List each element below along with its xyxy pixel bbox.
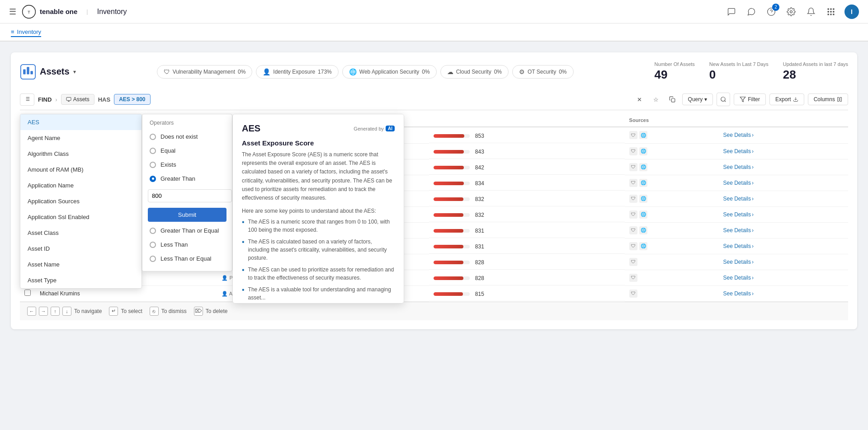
info-bullet-2: • The AES is calculated based on a varie… xyxy=(242,238,395,262)
see-details-link[interactable]: See Details › xyxy=(723,196,844,202)
assets-top: Assets ▾ 🛡 Vulnerability Management 0% 👤… xyxy=(20,61,848,82)
score-value: 842 xyxy=(475,164,484,171)
dropdown-item-algorithm-class[interactable]: Algorithm Class xyxy=(20,146,142,162)
see-details-link[interactable]: See Details › xyxy=(723,275,844,281)
dropdown-item-application-name[interactable]: Application Name xyxy=(20,178,142,193)
score-bar-wrap xyxy=(434,182,470,185)
cat-tab-web[interactable]: 🌐 Web Application Security 0% xyxy=(342,65,437,79)
dropdown-item-agent-name[interactable]: Agent Name xyxy=(20,130,142,146)
chat-icon[interactable] xyxy=(725,5,738,18)
see-details-link[interactable]: See Details › xyxy=(723,290,844,297)
see-details-link[interactable]: See Details › xyxy=(723,227,844,234)
dropdown-item-aes[interactable]: AES xyxy=(20,114,142,130)
logo-area: T tenable one xyxy=(22,5,77,19)
message-icon[interactable] xyxy=(745,5,758,18)
dropdown-item-amount-ram[interactable]: Amount of RAM (MB) xyxy=(20,162,142,178)
col-actions xyxy=(719,114,848,127)
nav-left: ☰ T tenable one | Inventory xyxy=(9,5,127,19)
see-details-chevron: › xyxy=(752,196,754,202)
source-icon-2: 🌐 xyxy=(639,163,647,171)
source-icon-1: 🛡 xyxy=(629,131,637,139)
score-bar xyxy=(434,261,463,264)
aes-dropdown[interactable]: AES Agent Name Algorithm Class Amount of… xyxy=(20,114,142,289)
operator-does-not-exist[interactable]: Does not exist xyxy=(142,130,232,144)
see-details-link[interactable]: See Details › xyxy=(723,180,844,186)
operator-exists-label: Exists xyxy=(160,161,176,168)
see-details-link[interactable]: See Details › xyxy=(723,211,844,218)
operator-less-than[interactable]: Less Than xyxy=(142,238,232,252)
svg-rect-32 xyxy=(838,98,840,102)
dropdown-item-asset-class[interactable]: Asset Class xyxy=(20,225,142,241)
operator-value-input[interactable] xyxy=(148,189,232,202)
operator-less-equal[interactable]: Less Than or Equal xyxy=(142,252,232,266)
operator-equal[interactable]: Equal xyxy=(142,144,232,158)
avatar[interactable]: I xyxy=(844,5,859,19)
operator-greater-than[interactable]: Greater Than xyxy=(142,172,232,186)
score-bar-wrap xyxy=(434,166,470,169)
see-details-link[interactable]: See Details › xyxy=(723,164,844,170)
score-bar-wrap xyxy=(434,134,470,138)
row-score-cell: 828 xyxy=(429,270,625,285)
source-icons: 🛡 🌐 xyxy=(629,226,714,234)
category-tabs: 🛡 Vulnerability Management 0% 👤 Identity… xyxy=(157,65,574,79)
stat-new-assets: New Assets In Last 7 Days 0 xyxy=(709,61,769,82)
dropdown-item-asset-name[interactable]: Asset Name xyxy=(20,257,142,272)
assets-chip[interactable]: Assets xyxy=(61,94,94,105)
row-checkbox[interactable] xyxy=(24,290,31,296)
filter-button[interactable]: Filter xyxy=(734,93,766,105)
see-details-link[interactable]: See Details › xyxy=(723,243,844,249)
copy-button[interactable] xyxy=(666,93,679,106)
query-button[interactable]: Query ▾ xyxy=(682,93,713,105)
see-details-link[interactable]: See Details › xyxy=(723,259,844,265)
assets-chevron-icon[interactable]: ▾ xyxy=(73,69,76,75)
row-sources: 🛡 🌐 xyxy=(625,127,719,143)
cat-tab-vulnerability[interactable]: 🛡 Vulnerability Management 0% xyxy=(157,65,253,79)
settings-icon[interactable] xyxy=(785,5,797,18)
operator-exists[interactable]: Exists xyxy=(142,158,232,172)
dropdown-item-application-sources[interactable]: Application Sources xyxy=(20,193,142,209)
see-details-link[interactable]: See Details › xyxy=(723,148,844,154)
star-button[interactable]: ☆ xyxy=(650,93,662,106)
active-filter[interactable]: AES > 800 xyxy=(114,94,150,105)
breadcrumb-inventory[interactable]: ≡ Inventory xyxy=(11,28,41,37)
source-icon-1: 🛡 xyxy=(629,210,637,219)
arrow-down-key: ↓ xyxy=(62,307,71,316)
search-button[interactable] xyxy=(717,93,730,106)
apps-icon[interactable] xyxy=(825,5,837,18)
operator-greater-equal[interactable]: Greater Than or Equal xyxy=(142,224,232,238)
bullet-dot-3: • xyxy=(242,266,245,282)
help-icon[interactable]: 2 xyxy=(765,5,778,18)
export-icon xyxy=(793,97,798,102)
vulnerability-icon: 🛡 xyxy=(164,68,170,75)
columns-label: Columns xyxy=(814,96,835,103)
cat-tab-cloud[interactable]: ☁ Cloud Security 0% xyxy=(440,65,509,79)
operator-submit-button[interactable]: Submit xyxy=(148,208,226,222)
dropdown-item-asset-type[interactable]: Asset Type xyxy=(20,272,142,288)
hamburger-icon[interactable]: ☰ xyxy=(9,7,16,17)
dropdown-item-asset-id[interactable]: Asset ID xyxy=(20,241,142,257)
dropdown-item-application-ssl[interactable]: Application Ssl Enabled xyxy=(20,209,142,225)
svg-rect-12 xyxy=(830,14,831,15)
cat-tab-identity[interactable]: 👤 Identity Exposure 173% xyxy=(256,65,338,79)
columns-button[interactable]: Columns xyxy=(808,93,848,105)
notifications-icon[interactable] xyxy=(805,5,817,18)
score-bar-wrap xyxy=(434,292,470,296)
row-sources: 🛡 🌐 xyxy=(625,222,719,238)
export-button[interactable]: Export xyxy=(769,93,804,105)
score-bar xyxy=(434,245,463,248)
operators-panel: Operators Does not exist Equal Exists Gr… xyxy=(142,114,232,271)
arrow-right-key: → xyxy=(39,307,48,316)
breadcrumb-icon: ≡ xyxy=(11,28,14,35)
filter-btn-label: Filter xyxy=(748,96,760,103)
row-actions: See Details › xyxy=(719,175,848,191)
filter-menu-button[interactable] xyxy=(20,93,34,106)
score-bar-wrap xyxy=(434,261,470,264)
info-subtitle: Asset Exposure Score xyxy=(242,139,395,147)
source-icon-1: 🛡 xyxy=(629,258,637,266)
clear-filter-button[interactable]: ✕ xyxy=(633,93,646,106)
row-sources: 🛡 xyxy=(625,254,719,270)
see-details-link[interactable]: See Details › xyxy=(723,132,844,138)
cat-tab-ot[interactable]: ⚙ OT Security 0% xyxy=(512,65,573,79)
stat-updated-label: Updated Assets in last 7 days xyxy=(783,61,848,67)
bullet-text-3: The AES can be used to prioritize assets… xyxy=(248,266,395,282)
